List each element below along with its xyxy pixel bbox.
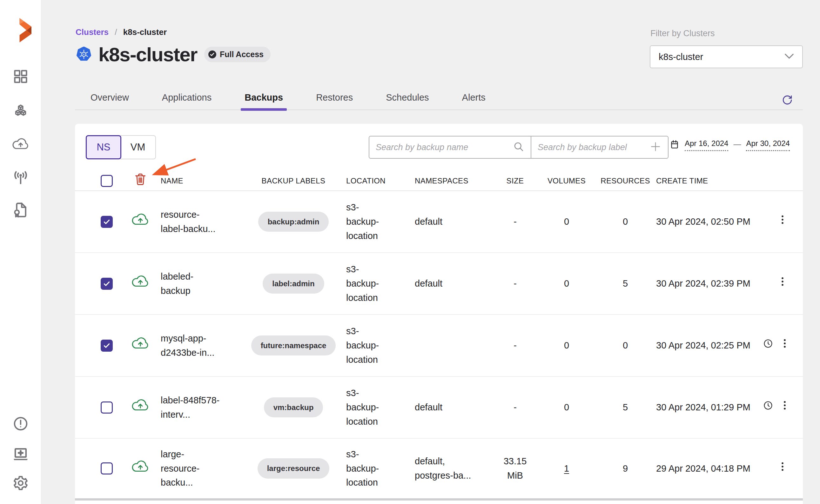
backups-panel: NS VM Apr 16, 2024 — — [75, 124, 803, 504]
backup-namespaces: default — [415, 215, 443, 229]
tab-restores[interactable]: Restores — [316, 90, 353, 111]
row-checkbox[interactable] — [101, 278, 113, 290]
dashboard-grid-icon[interactable] — [12, 68, 29, 85]
backup-resources: 5 — [623, 276, 628, 291]
schedule-clock-icon — [763, 338, 773, 353]
row-checkbox[interactable] — [101, 340, 113, 352]
schedule-clock-icon — [763, 400, 773, 415]
backup-type-cloud-icon — [131, 459, 150, 479]
backup-create-time: 30 Apr 2024, 02:50 PM — [656, 215, 763, 229]
tab-backups[interactable]: Backups — [244, 90, 283, 111]
page-title: k8s-cluster — [98, 43, 197, 66]
col-volumes: VOLUMES — [548, 176, 586, 185]
backup-resources: 0 — [623, 215, 628, 229]
table-row[interactable]: resource-label-backu... backup:admin s3-… — [75, 191, 803, 253]
row-menu-kebab-icon[interactable] — [777, 214, 788, 229]
backup-size: - — [514, 338, 517, 353]
tabs: OverviewApplicationsBackupsRestoresSched… — [90, 90, 486, 111]
activity-antenna-icon[interactable] — [12, 169, 29, 186]
backup-name[interactable]: resource-label-backu... — [161, 208, 222, 236]
backup-size: - — [514, 400, 517, 414]
clusters-cubes-icon[interactable] — [12, 103, 29, 120]
backup-type-cloud-icon — [131, 274, 150, 294]
delete-selected-trash-icon[interactable] — [133, 172, 147, 190]
backup-size: - — [514, 276, 517, 291]
row-checkbox[interactable] — [101, 462, 113, 474]
row-checkbox[interactable] — [101, 216, 113, 228]
cluster-select-value: k8s-cluster — [659, 52, 784, 62]
backup-volumes[interactable]: 1 — [564, 463, 569, 474]
search-backup-name-field[interactable] — [369, 136, 531, 159]
select-all-checkbox[interactable] — [101, 175, 113, 187]
backup-location: s3-backup-location — [346, 262, 387, 305]
toggle-ns[interactable]: NS — [86, 135, 121, 159]
backup-label-pill: vm:backup — [264, 397, 323, 417]
toggle-vm[interactable]: VM — [120, 135, 156, 159]
backup-location: s3-backup-location — [346, 324, 387, 367]
backup-name[interactable]: mysql-app-d2433be-in... — [161, 331, 222, 360]
backup-volumes: 0 — [564, 216, 569, 227]
cluster-select[interactable]: k8s-cluster — [650, 45, 803, 68]
add-node-laptop-icon[interactable] — [12, 446, 29, 463]
search-backup-label-field[interactable] — [531, 136, 669, 159]
check-circle-icon — [208, 50, 217, 59]
tab-schedules[interactable]: Schedules — [386, 90, 429, 111]
tab-applications[interactable]: Applications — [162, 90, 211, 111]
search-backup-label-input[interactable] — [538, 143, 650, 152]
backup-type-cloud-icon — [131, 212, 150, 232]
tab-overview[interactable]: Overview — [90, 90, 129, 111]
settings-gear-icon[interactable] — [12, 475, 29, 491]
backup-label-pill: large:resource — [257, 458, 330, 478]
plus-icon — [650, 141, 662, 154]
alerts-circle-icon[interactable] — [13, 416, 29, 432]
backup-resources: 0 — [623, 338, 628, 353]
chevron-down-icon — [784, 53, 794, 60]
table-row[interactable]: mysql-app-d2433be-in... future:namespace… — [75, 315, 803, 377]
row-menu-kebab-icon[interactable] — [777, 276, 788, 291]
date-to[interactable]: Apr 30, 2024 — [746, 139, 790, 151]
access-badge: Full Access — [204, 47, 270, 62]
refresh-icon[interactable] — [782, 95, 793, 107]
tab-alerts[interactable]: Alerts — [462, 90, 486, 111]
breadcrumb: Clusters / k8s-cluster — [76, 27, 167, 37]
backup-name[interactable]: large-resource-backu... — [161, 447, 222, 490]
backup-type-cloud-icon — [131, 335, 150, 355]
sidebar — [0, 0, 41, 504]
row-checkbox[interactable] — [101, 401, 113, 414]
row-menu-kebab-icon[interactable] — [777, 461, 788, 476]
col-location: LOCATION — [346, 176, 415, 185]
row-menu-kebab-icon[interactable] — [779, 338, 790, 353]
date-from[interactable]: Apr 16, 2024 — [685, 139, 728, 151]
access-badge-label: Full Access — [220, 50, 263, 59]
backup-create-time: 30 Apr 2024, 02:39 PM — [656, 276, 763, 291]
col-name: NAME — [161, 176, 241, 185]
table-row[interactable]: labeled-backup label:admin s3-backup-loc… — [75, 253, 803, 315]
backup-label-pill: future:namespace — [251, 335, 336, 355]
calendar-icon[interactable] — [670, 139, 680, 151]
backup-create-time: 30 Apr 2024, 02:25 PM — [656, 338, 763, 353]
date-range-separator: — — [733, 140, 741, 151]
row-menu-kebab-icon[interactable] — [779, 400, 790, 415]
col-create-time: CREATE TIME — [656, 176, 763, 185]
cloud-backup-icon[interactable] — [12, 136, 30, 152]
kubernetes-icon — [76, 47, 91, 63]
col-namespaces: NAMESPACES — [415, 176, 492, 185]
table-header: NAME BACKUP LABELS LOCATION NAMESPACES S… — [75, 171, 803, 191]
search-backup-name-input[interactable] — [376, 143, 513, 152]
backup-location: s3-backup-location — [346, 447, 387, 490]
backup-volumes: 0 — [564, 278, 569, 288]
backup-type-cloud-icon — [131, 397, 150, 417]
license-document-icon[interactable] — [12, 201, 29, 218]
portworx-logo-icon[interactable] — [8, 6, 34, 52]
backup-label-pill: label:admin — [263, 274, 324, 294]
backup-size: 33.15 MiB — [501, 454, 530, 483]
breadcrumb-clusters-link[interactable]: Clusters — [76, 27, 109, 37]
table-rows: resource-label-backu... backup:admin s3-… — [75, 191, 803, 501]
search-icon — [513, 141, 524, 154]
backup-namespaces: default — [415, 400, 443, 414]
table-row[interactable]: label-848f578-interv... vm:backup s3-bac… — [75, 377, 803, 439]
table-row[interactable]: large-resource-backu... large:resource s… — [75, 439, 803, 501]
backup-name[interactable]: labeled-backup — [161, 269, 222, 298]
backup-name[interactable]: label-848f578-interv... — [161, 393, 222, 422]
filter-by-clusters-label: Filter by Clusters — [650, 29, 715, 38]
